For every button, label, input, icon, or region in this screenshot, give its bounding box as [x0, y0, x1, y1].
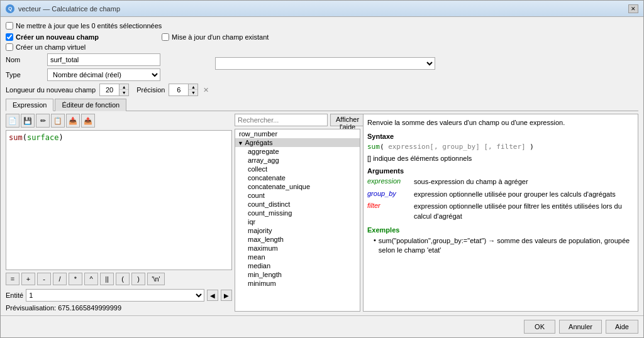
preview-value: 675.1665849999999 [58, 304, 121, 312]
function-list[interactable]: row_number Agrégats aggregate array_agg … [235, 129, 360, 312]
no-update-checkbox[interactable] [6, 22, 13, 30]
expression-editor[interactable]: sum(surface) [6, 130, 232, 270]
save-btn[interactable]: 💾 [21, 114, 35, 128]
func-item-minimum[interactable]: minimum [235, 279, 360, 288]
precision-down-btn[interactable]: ▼ [189, 90, 197, 95]
length-spinbox[interactable]: ▲ ▼ [99, 84, 129, 96]
syntax-opt1: [, group_by] [430, 143, 479, 151]
main-window: Q vecteur — Calculatrice de champ ✕ Ne m… [0, 0, 644, 338]
func-item-maximum[interactable]: maximum [235, 244, 360, 253]
form-area: Créer un champ virtuel Nom Type Nombre d… [6, 43, 638, 96]
func-item-median[interactable]: median [235, 261, 360, 270]
update-field-checkbox[interactable] [162, 33, 169, 41]
length-spinbox-buttons: ▲ ▼ [119, 84, 128, 95]
edit-btn[interactable]: ✏ [36, 114, 50, 128]
func-item-count_distinct[interactable]: count_distinct [235, 200, 360, 209]
cancel-button[interactable]: Annuler [559, 320, 602, 334]
precision-input[interactable] [169, 85, 188, 95]
length-down-btn[interactable]: ▼ [119, 90, 128, 95]
no-update-label: Ne mettre à jour que les 0 entités sélec… [16, 22, 162, 30]
op-newline[interactable]: '\n' [147, 273, 165, 285]
length-up-btn[interactable]: ▲ [119, 84, 128, 90]
func-item-collect[interactable]: collect [235, 165, 360, 173]
show-help-btn[interactable]: Afficher l'aide [330, 114, 365, 126]
func-item-majority[interactable]: majority [235, 226, 360, 235]
window-title: vecteur — Calculatrice de champ [18, 5, 120, 13]
arg-expression-row: expression sous-expression du champ à ag… [367, 177, 634, 187]
func-item-array_agg[interactable]: array_agg [235, 156, 360, 165]
op-power[interactable]: ^ [84, 273, 98, 285]
func-item-count_missing[interactable]: count_missing [235, 209, 360, 217]
func-item-max_length[interactable]: max_length [235, 235, 360, 244]
tabs-area: Expression Éditeur de fonction 📄 💾 ✏ 📋 📥… [6, 99, 638, 312]
load-btn[interactable]: 📥 [66, 114, 80, 128]
help-button[interactable]: Aide [606, 320, 638, 334]
func-item-aggregate[interactable]: aggregate [235, 147, 360, 156]
entity-select[interactable]: 1 [26, 289, 204, 302]
syntax-close: ) [526, 143, 534, 151]
footer: OK Annuler Aide [1, 315, 643, 337]
bullet: • [374, 236, 376, 256]
arguments-title: Arguments [367, 167, 634, 175]
close-button[interactable]: ✕ [628, 4, 638, 13]
syntax-opt2: [, filter] [480, 143, 526, 151]
virtual-field-checkbox[interactable] [6, 43, 13, 51]
update-field-select[interactable] [215, 57, 435, 70]
name-row: Nom [6, 53, 209, 66]
op-open-paren[interactable]: ( [116, 273, 130, 285]
main-panels: 📄 💾 ✏ 📋 📥 📤 sum(surface) = + - [6, 111, 638, 312]
create-field-checkbox[interactable] [6, 33, 13, 41]
left-panel: 📄 💾 ✏ 📋 📥 📤 sum(surface) = + - [6, 114, 232, 312]
precision-spinbox[interactable]: ▲ ▼ [169, 84, 198, 96]
func-item-row_number[interactable]: row_number [235, 129, 360, 138]
type-select[interactable]: Nombre décimal (réel) [47, 68, 160, 81]
arg-group_by-row: group_by expression optionnelle utilisée… [367, 190, 634, 199]
examples-title: Exemples [367, 226, 634, 234]
clear-btn[interactable]: ✕ [203, 86, 209, 94]
func-item-count[interactable]: count [235, 191, 360, 200]
tab-editor[interactable]: Éditeur de fonction [55, 99, 126, 111]
virtual-field-label: Créer un champ virtuel [16, 43, 86, 51]
op-equals[interactable]: = [6, 273, 19, 285]
func-group-agregats[interactable]: Agrégats [235, 138, 360, 147]
arg-filter-desc: expression optionnelle utilisée pour fil… [414, 202, 634, 221]
optional-note: [] indique des éléments optionnels [367, 155, 634, 162]
content-area: Ne mettre à jour que les 0 entités sélec… [1, 17, 643, 315]
prev-entity-btn[interactable]: ◀ [207, 290, 218, 301]
func-item-mean[interactable]: mean [235, 253, 360, 261]
name-input[interactable] [47, 53, 160, 66]
arg-filter-row: filter expression optionnelle utilisée p… [367, 202, 634, 221]
example-bullet: • sum("population",group_by:="etat") → s… [374, 236, 634, 256]
search-input[interactable] [235, 114, 328, 126]
left-form: Créer un champ virtuel Nom Type Nombre d… [6, 43, 209, 96]
help-panel: Renvoie la somme des valeurs d'un champ … [363, 114, 638, 312]
tab-expression[interactable]: Expression [6, 99, 53, 111]
op-minus[interactable]: - [37, 273, 51, 285]
op-plus[interactable]: + [21, 273, 35, 285]
op-close-paren[interactable]: ) [131, 273, 145, 285]
expression-text: sum(surface) [9, 133, 64, 142]
length-label: Longueur du nouveau champ [6, 86, 96, 94]
next-entity-btn[interactable]: ▶ [221, 290, 232, 301]
preview-label: Prévisualisation: [6, 304, 56, 312]
copy-btn[interactable]: 📋 [51, 114, 65, 128]
search-row: Afficher l'aide [235, 114, 360, 126]
func-item-min_length[interactable]: min_length [235, 270, 360, 279]
length-row: Longueur du nouveau champ ▲ ▼ Précision … [6, 84, 209, 96]
example-1: sum("population",group_by:="etat") → som… [379, 236, 634, 256]
help-syntax: sum( expression[, group_by] [, filter] ) [367, 143, 634, 151]
precision-up-btn[interactable]: ▲ [189, 84, 197, 90]
new-file-btn[interactable]: 📄 [6, 114, 19, 128]
func-item-concatenate[interactable]: concatenate [235, 173, 360, 182]
length-input[interactable] [100, 85, 119, 95]
ok-button[interactable]: OK [524, 320, 555, 334]
func-item-concatenate_unique[interactable]: concatenate_unique [235, 182, 360, 191]
op-multiply[interactable]: * [69, 273, 82, 285]
export-btn[interactable]: 📤 [81, 114, 95, 128]
no-update-row: Ne mettre à jour que les 0 entités sélec… [6, 22, 162, 30]
examples-area: • sum("population",group_by:="etat") → s… [367, 236, 634, 256]
create-field-label: Créer un nouveau champ [16, 33, 99, 41]
func-item-iqr[interactable]: iqr [235, 217, 360, 226]
op-concat[interactable]: || [100, 273, 114, 285]
op-divide[interactable]: / [53, 273, 67, 285]
